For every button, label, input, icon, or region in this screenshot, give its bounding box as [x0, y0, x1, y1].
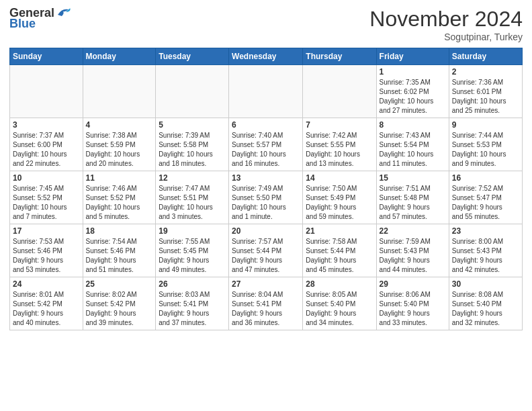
calendar-cell: 21Sunrise: 7:58 AM Sunset: 5:44 PM Dayli… [303, 224, 376, 277]
calendar-cell: 30Sunrise: 8:08 AM Sunset: 5:40 PM Dayli… [449, 277, 522, 330]
day-info: Sunrise: 7:46 AM Sunset: 5:52 PM Dayligh… [86, 184, 153, 222]
day-number: 24 [13, 279, 80, 289]
calendar-cell: 6Sunrise: 7:40 AM Sunset: 5:57 PM Daylig… [229, 118, 303, 171]
calendar-cell: 26Sunrise: 8:03 AM Sunset: 5:41 PM Dayli… [156, 277, 229, 330]
weekday-header-row: SundayMondayTuesdayWednesdayThursdayFrid… [10, 48, 523, 65]
day-number: 12 [159, 173, 226, 183]
calendar-cell: 27Sunrise: 8:04 AM Sunset: 5:41 PM Dayli… [229, 277, 303, 330]
calendar-cell: 17Sunrise: 7:53 AM Sunset: 5:46 PM Dayli… [10, 224, 83, 277]
calendar-cell: 14Sunrise: 7:50 AM Sunset: 5:49 PM Dayli… [303, 171, 376, 224]
day-number: 13 [232, 173, 300, 183]
day-info: Sunrise: 7:49 AM Sunset: 5:50 PM Dayligh… [232, 184, 300, 222]
page: General Blue November 2024 Sogutpinar, T… [0, 0, 532, 340]
week-row-5: 24Sunrise: 8:01 AM Sunset: 5:42 PM Dayli… [10, 277, 523, 330]
weekday-header-wednesday: Wednesday [229, 48, 303, 65]
day-info: Sunrise: 7:38 AM Sunset: 5:59 PM Dayligh… [86, 131, 153, 169]
day-info: Sunrise: 7:40 AM Sunset: 5:57 PM Dayligh… [232, 131, 300, 169]
calendar-cell: 4Sunrise: 7:38 AM Sunset: 5:59 PM Daylig… [83, 118, 156, 171]
day-number: 10 [13, 173, 80, 183]
day-number: 6 [232, 120, 300, 130]
calendar-cell: 12Sunrise: 7:47 AM Sunset: 5:51 PM Dayli… [156, 171, 229, 224]
calendar-cell: 7Sunrise: 7:42 AM Sunset: 5:55 PM Daylig… [303, 118, 376, 171]
calendar-cell: 28Sunrise: 8:05 AM Sunset: 5:40 PM Dayli… [303, 277, 376, 330]
calendar-cell: 22Sunrise: 7:59 AM Sunset: 5:43 PM Dayli… [376, 224, 449, 277]
calendar-cell: 13Sunrise: 7:49 AM Sunset: 5:50 PM Dayli… [229, 171, 303, 224]
day-info: Sunrise: 7:53 AM Sunset: 5:46 PM Dayligh… [13, 237, 80, 275]
calendar: SundayMondayTuesdayWednesdayThursdayFrid… [9, 48, 523, 330]
calendar-cell: 24Sunrise: 8:01 AM Sunset: 5:42 PM Dayli… [10, 277, 83, 330]
day-info: Sunrise: 7:42 AM Sunset: 5:55 PM Dayligh… [306, 131, 373, 169]
calendar-cell [303, 65, 376, 118]
day-info: Sunrise: 7:50 AM Sunset: 5:49 PM Dayligh… [306, 184, 373, 222]
logo: General Blue [9, 7, 71, 31]
day-number: 30 [452, 279, 519, 289]
calendar-cell: 25Sunrise: 8:02 AM Sunset: 5:42 PM Dayli… [83, 277, 156, 330]
day-number: 23 [452, 226, 519, 236]
calendar-cell: 19Sunrise: 7:55 AM Sunset: 5:45 PM Dayli… [156, 224, 229, 277]
day-info: Sunrise: 7:47 AM Sunset: 5:51 PM Dayligh… [159, 184, 226, 222]
day-number: 4 [86, 120, 153, 130]
weekday-header-friday: Friday [376, 48, 449, 65]
day-info: Sunrise: 7:57 AM Sunset: 5:44 PM Dayligh… [232, 237, 300, 275]
calendar-cell: 8Sunrise: 7:43 AM Sunset: 5:54 PM Daylig… [376, 118, 449, 171]
day-info: Sunrise: 8:05 AM Sunset: 5:40 PM Dayligh… [306, 290, 373, 328]
weekday-header-saturday: Saturday [449, 48, 522, 65]
calendar-cell [156, 65, 229, 118]
day-number: 22 [380, 226, 446, 236]
calendar-cell: 5Sunrise: 7:39 AM Sunset: 5:58 PM Daylig… [156, 118, 229, 171]
day-info: Sunrise: 8:08 AM Sunset: 5:40 PM Dayligh… [452, 290, 519, 328]
day-info: Sunrise: 7:54 AM Sunset: 5:46 PM Dayligh… [86, 237, 153, 275]
calendar-cell [229, 65, 303, 118]
day-info: Sunrise: 7:59 AM Sunset: 5:43 PM Dayligh… [380, 237, 446, 275]
day-number: 25 [86, 279, 153, 289]
day-number: 3 [13, 120, 80, 130]
calendar-cell: 16Sunrise: 7:52 AM Sunset: 5:47 PM Dayli… [449, 171, 522, 224]
day-info: Sunrise: 7:51 AM Sunset: 5:48 PM Dayligh… [380, 184, 446, 222]
day-number: 2 [452, 67, 519, 77]
weekday-header-thursday: Thursday [303, 48, 376, 65]
day-number: 21 [306, 226, 373, 236]
weekday-header-monday: Monday [83, 48, 156, 65]
logo-bird-icon [56, 7, 71, 19]
calendar-cell: 3Sunrise: 7:37 AM Sunset: 6:00 PM Daylig… [10, 118, 83, 171]
calendar-cell: 23Sunrise: 8:00 AM Sunset: 5:43 PM Dayli… [449, 224, 522, 277]
day-info: Sunrise: 8:02 AM Sunset: 5:42 PM Dayligh… [86, 290, 153, 328]
day-info: Sunrise: 7:52 AM Sunset: 5:47 PM Dayligh… [452, 184, 519, 222]
logo-blue-text: Blue [9, 20, 36, 31]
day-info: Sunrise: 7:37 AM Sunset: 6:00 PM Dayligh… [13, 131, 80, 169]
calendar-cell: 20Sunrise: 7:57 AM Sunset: 5:44 PM Dayli… [229, 224, 303, 277]
day-info: Sunrise: 8:04 AM Sunset: 5:41 PM Dayligh… [232, 290, 300, 328]
month-year: November 2024 [369, 7, 523, 32]
week-row-4: 17Sunrise: 7:53 AM Sunset: 5:46 PM Dayli… [10, 224, 523, 277]
calendar-cell: 15Sunrise: 7:51 AM Sunset: 5:48 PM Dayli… [376, 171, 449, 224]
day-number: 29 [380, 279, 446, 289]
day-number: 8 [380, 120, 446, 130]
header: General Blue November 2024 Sogutpinar, T… [9, 7, 523, 42]
day-number: 11 [86, 173, 153, 183]
calendar-cell: 9Sunrise: 7:44 AM Sunset: 5:53 PM Daylig… [449, 118, 522, 171]
calendar-cell: 2Sunrise: 7:36 AM Sunset: 6:01 PM Daylig… [449, 65, 522, 118]
calendar-cell: 1Sunrise: 7:35 AM Sunset: 6:02 PM Daylig… [376, 65, 449, 118]
week-row-3: 10Sunrise: 7:45 AM Sunset: 5:52 PM Dayli… [10, 171, 523, 224]
day-info: Sunrise: 8:03 AM Sunset: 5:41 PM Dayligh… [159, 290, 226, 328]
day-number: 18 [86, 226, 153, 236]
day-number: 27 [232, 279, 300, 289]
day-number: 16 [452, 173, 519, 183]
day-number: 5 [159, 120, 226, 130]
calendar-cell [83, 65, 156, 118]
day-number: 15 [380, 173, 446, 183]
day-info: Sunrise: 7:55 AM Sunset: 5:45 PM Dayligh… [159, 237, 226, 275]
day-info: Sunrise: 7:45 AM Sunset: 5:52 PM Dayligh… [13, 184, 80, 222]
day-number: 1 [380, 67, 446, 77]
calendar-cell: 29Sunrise: 8:06 AM Sunset: 5:40 PM Dayli… [376, 277, 449, 330]
calendar-cell: 11Sunrise: 7:46 AM Sunset: 5:52 PM Dayli… [83, 171, 156, 224]
day-info: Sunrise: 8:00 AM Sunset: 5:43 PM Dayligh… [452, 237, 519, 275]
day-info: Sunrise: 7:39 AM Sunset: 5:58 PM Dayligh… [159, 131, 226, 169]
weekday-header-sunday: Sunday [10, 48, 83, 65]
calendar-cell [10, 65, 83, 118]
day-number: 7 [306, 120, 373, 130]
day-info: Sunrise: 8:01 AM Sunset: 5:42 PM Dayligh… [13, 290, 80, 328]
day-number: 19 [159, 226, 226, 236]
weekday-header-tuesday: Tuesday [156, 48, 229, 65]
day-number: 14 [306, 173, 373, 183]
